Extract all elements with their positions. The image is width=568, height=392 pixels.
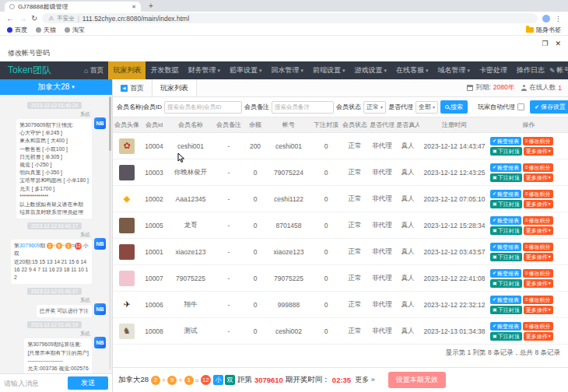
avatar-cell: ◆	[113, 186, 141, 212]
forward-icon[interactable]: →	[19, 15, 26, 23]
account-report-button[interactable]: ✔账变报表	[490, 269, 521, 278]
chat-scrollbar[interactable]	[109, 96, 111, 369]
search-button[interactable]: 搜索	[440, 100, 468, 114]
caret-down-icon: ▾	[426, 68, 429, 74]
address-bar[interactable]: ⚠ 不安全 | 111.52chye.cn:8080/main/index.ht…	[42, 13, 538, 23]
is-agent-value: 全部	[419, 103, 431, 111]
account-report-button[interactable]: ✔账变报表	[490, 322, 521, 331]
modify-points-button[interactable]: ≡修改积分	[523, 243, 553, 251]
more-actions-button[interactable]: 更多操作▾	[524, 253, 553, 261]
modify-points-button[interactable]: ≡修改积分	[523, 322, 553, 331]
nav-item-8[interactable]: 在线客服▾	[391, 61, 433, 79]
more-actions-button[interactable]: 更多操作▾	[524, 173, 553, 182]
nav-item-5[interactable]: 回水管理▾	[266, 61, 308, 79]
caret-down-icon: ▾	[342, 68, 345, 74]
tab-close-icon[interactable]: ✕	[131, 4, 136, 10]
tab-player-list[interactable]: 玩家列表	[152, 79, 197, 96]
draw-result-balls: 2+9+1=12	[151, 375, 211, 385]
member-name-input[interactable]	[164, 101, 242, 114]
chat-history[interactable]: 2023-12-12 01:40:24系统第3079609期下注情况:心大守护 …	[0, 95, 112, 373]
expiry-info: 到期: 2080年 在线人数 1	[467, 79, 562, 96]
nav-item-3[interactable]: 财务管理▾	[183, 61, 225, 79]
more-actions-button[interactable]: 更多操作▾	[524, 200, 553, 208]
bookmark-item-1[interactable]: 天猫	[36, 26, 56, 34]
close-window-icon[interactable]: ✕	[555, 40, 561, 47]
nav-item-1[interactable]: 玩家列表	[108, 61, 146, 79]
bet-cap-button[interactable]: ▣下注封顶	[490, 306, 522, 314]
action-label: 账变报表	[497, 165, 519, 170]
column-header-2: 会员名称	[167, 117, 214, 133]
cap-icon: ▣	[493, 334, 497, 338]
account-report-button[interactable]: ✔账变报表	[490, 216, 521, 225]
account-report-button[interactable]: ✔账变报表	[490, 243, 521, 251]
bookmark-item-2[interactable]: 淘宝	[65, 26, 85, 34]
more-actions-button[interactable]: 更多操作▾	[524, 279, 553, 288]
bookmark-item-0[interactable]: 百度	[7, 26, 27, 34]
modify-points-button[interactable]: ≡修改积分	[523, 269, 553, 278]
nav-item-2[interactable]: 开发数据	[146, 61, 183, 79]
profile-avatar[interactable]	[542, 15, 550, 23]
action-label: 账变报表	[497, 244, 519, 250]
chat-message-body: 系统第3079609期 2+9+1=12 小双 近20期:15 15 13 14…	[11, 232, 92, 284]
bet-cap-button[interactable]: ▣下注封顶	[490, 147, 522, 156]
bet-cap-button[interactable]: ▣下注封顶	[490, 226, 522, 235]
modify-points-button[interactable]: ≡修改积分	[523, 190, 553, 198]
modify-points-button[interactable]: ≡修改积分	[523, 163, 553, 172]
tab-home[interactable]: ◀ 首页	[113, 79, 152, 96]
bet-cap-button[interactable]: ▣下注封顶	[490, 332, 522, 341]
account-report-button[interactable]: ✔账变报表	[490, 137, 521, 145]
modify-points-button[interactable]: ≡修改积分	[523, 216, 553, 225]
actions-row: ▣下注封顶更多操作▾	[490, 279, 553, 288]
nav-item-4[interactable]: 赔率设置▾	[225, 61, 267, 79]
system-avatar: NB	[94, 303, 106, 315]
new-tab-button[interactable]: +	[149, 2, 153, 10]
back-icon[interactable]: ←	[6, 15, 14, 23]
account-report-button[interactable]: ✔账变报表	[490, 296, 521, 304]
set-invalid-button[interactable]: 设置本期无效	[388, 372, 446, 388]
home-icon: ⌂	[84, 67, 88, 75]
modify-points-button[interactable]: ≡修改积分	[523, 137, 553, 145]
more-link[interactable]: 更多 »	[355, 375, 375, 385]
brand-logo[interactable]: Token团队	[8, 64, 79, 77]
browser-tab[interactable]: GJ78888超级管理 ✕	[5, 2, 141, 12]
menu-icon: ≡	[525, 324, 528, 328]
page-top-title[interactable]: 修改帐号密码	[8, 48, 50, 58]
member-status: 正常	[342, 133, 368, 159]
is-agent-select[interactable]: 全部 ▾	[415, 101, 438, 114]
bet-cap-button[interactable]: ▣下注封顶	[490, 279, 522, 288]
page-top-strip: 修改帐号密码 ❐ ✕	[0, 36, 568, 61]
bet-cap-button[interactable]: ▣下注封顶	[490, 253, 522, 261]
browser-menu-icon[interactable]: ⋮	[555, 15, 562, 23]
bookmarks-bar: 百度天猫淘宝 随身书签	[0, 25, 568, 36]
auto-agent-checkbox[interactable]	[517, 103, 524, 110]
nav-item-11[interactable]: 操作日志	[512, 61, 549, 79]
save-settings-button[interactable]: ✔ 保存设置	[530, 100, 568, 114]
restore-window-icon[interactable]: ❐	[542, 40, 548, 47]
more-actions-button[interactable]: 更多操作▾	[524, 306, 553, 314]
modify-points-button[interactable]: ≡修改积分	[523, 296, 553, 304]
nav-item-7[interactable]: 游戏设置▾	[350, 61, 392, 79]
more-actions-button[interactable]: 更多操作▾	[524, 332, 553, 341]
account-report-button[interactable]: ✔账变报表	[490, 190, 521, 198]
member-name: 龙哥	[167, 212, 214, 239]
send-button[interactable]: 发送	[68, 376, 108, 390]
more-actions-button[interactable]: 更多操作▾	[524, 147, 553, 156]
nav-item-10[interactable]: 卡密处理	[475, 61, 512, 79]
action-label: 更多操作	[526, 149, 548, 154]
nav-item-6[interactable]: 前端设置▾	[308, 61, 350, 79]
nav-item-9[interactable]: 域名管理▾	[433, 61, 475, 79]
bet-cap-button[interactable]: ▣下注封顶	[490, 173, 522, 182]
more-actions-button[interactable]: 更多操作▾	[524, 226, 553, 235]
game-name: 加拿大28	[118, 375, 149, 385]
bet-cap-button[interactable]: ▣下注封顶	[490, 200, 522, 208]
refresh-icon[interactable]: ↻	[31, 15, 37, 23]
member-note-input[interactable]	[272, 101, 334, 114]
member-status-select[interactable]: 正常 ▾	[363, 101, 386, 114]
account-report-button[interactable]: ✔账变报表	[490, 163, 521, 172]
chat-message-input[interactable]	[4, 380, 65, 387]
nav-item-0[interactable]: ⌂首页	[79, 61, 108, 79]
bookmark-folder[interactable]: 随身书签	[526, 26, 561, 34]
member-status-value: 正常	[366, 103, 379, 111]
nav-right-item-0[interactable]: ✎帐号密码	[549, 65, 568, 75]
game-selector[interactable]: 加拿大28 ▾	[0, 79, 112, 95]
